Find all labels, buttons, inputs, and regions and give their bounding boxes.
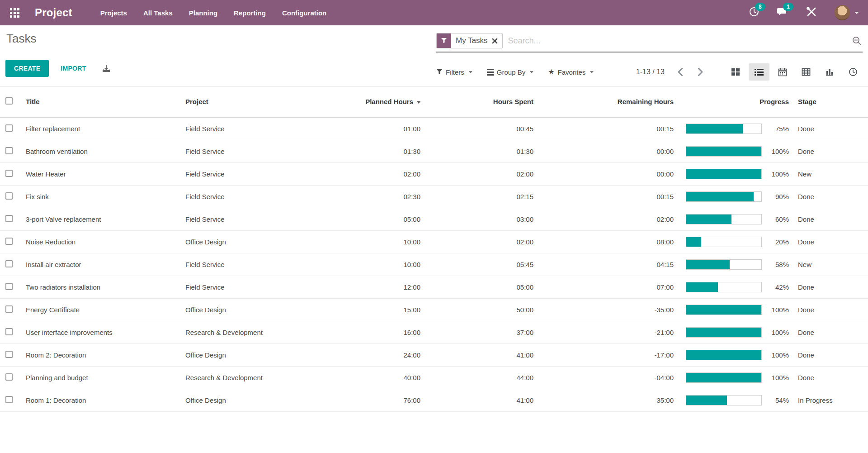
task-title-cell: Bathroom ventilation xyxy=(20,140,181,162)
bar-chart-icon xyxy=(825,67,834,76)
column-header-title[interactable]: Title xyxy=(20,86,181,117)
pager-next-icon[interactable] xyxy=(696,66,705,78)
group-by-dropdown[interactable]: Group By xyxy=(487,68,533,76)
row-checkbox[interactable] xyxy=(5,305,13,313)
chevron-down-icon xyxy=(854,12,859,14)
project-cell: Field Service xyxy=(181,117,326,140)
list-view-button[interactable] xyxy=(749,63,769,81)
row-checkbox[interactable] xyxy=(5,124,13,132)
table-row[interactable]: Planning and budget Research & Developme… xyxy=(0,366,868,389)
funnel-icon xyxy=(436,69,443,75)
menu-all-tasks[interactable]: All Tasks xyxy=(143,9,173,17)
table-row[interactable]: 3-port Valve replacement Field Service 0… xyxy=(0,208,868,230)
progress-cell: 100% xyxy=(680,366,798,389)
row-checkbox[interactable] xyxy=(5,147,13,154)
row-checkbox[interactable] xyxy=(5,396,13,403)
select-all-checkbox[interactable] xyxy=(5,97,13,105)
table-row[interactable]: Water Heater Field Service 02:00 02:00 0… xyxy=(0,162,868,185)
kanban-view-button[interactable] xyxy=(725,63,746,81)
row-checkbox[interactable] xyxy=(5,260,13,267)
column-header-progress[interactable]: Progress xyxy=(680,86,798,117)
hours-spent-cell: 02:00 xyxy=(427,162,540,185)
progress-percent: 58% xyxy=(762,261,798,268)
pager-range[interactable]: 1-13 / 13 xyxy=(636,68,665,76)
column-header-remaining-hours[interactable]: Remaining Hours xyxy=(540,86,680,117)
debug-tools-button[interactable] xyxy=(806,6,817,19)
project-cell: Office Design xyxy=(181,389,326,411)
row-checkbox[interactable] xyxy=(5,192,13,200)
progress-bar-fill xyxy=(686,192,754,201)
row-checkbox[interactable] xyxy=(5,283,13,290)
column-header-project[interactable]: Project xyxy=(181,86,326,117)
column-header-stage[interactable]: Stage xyxy=(798,86,868,117)
table-row[interactable]: Energy Certificate Office Design 15:00 5… xyxy=(0,298,868,321)
export-download-icon[interactable] xyxy=(102,64,111,73)
row-checkbox[interactable] xyxy=(5,328,13,335)
progress-cell: 100% xyxy=(680,140,798,162)
row-checkbox[interactable] xyxy=(5,351,13,358)
hours-spent-cell: 02:15 xyxy=(427,185,540,208)
pager-previous-icon[interactable] xyxy=(675,66,685,78)
table-row[interactable]: Filter replacement Field Service 01:00 0… xyxy=(0,117,868,140)
progress-bar xyxy=(686,372,762,383)
progress-bar-fill xyxy=(686,169,761,179)
menu-reporting[interactable]: Reporting xyxy=(234,9,266,17)
activities-button[interactable]: 8 xyxy=(749,6,760,19)
hours-spent-cell: 02:00 xyxy=(427,230,540,253)
filters-dropdown[interactable]: Filters xyxy=(436,68,472,76)
hours-spent-cell: 03:00 xyxy=(427,208,540,230)
user-menu[interactable] xyxy=(835,5,859,20)
planned-hours-cell: 40:00 xyxy=(326,366,427,389)
app-brand[interactable]: Project xyxy=(35,6,72,19)
graph-view-button[interactable] xyxy=(819,63,840,81)
planned-hours-cell: 10:00 xyxy=(326,253,427,276)
task-title-cell: Noise Reduction xyxy=(20,230,181,253)
facet-remove-icon[interactable] xyxy=(492,38,498,44)
row-checkbox[interactable] xyxy=(5,170,13,177)
progress-cell: 58% xyxy=(680,253,798,276)
table-row[interactable]: Two radiators installation Field Service… xyxy=(0,276,868,298)
stage-cell: Done xyxy=(798,366,868,389)
apps-grid-icon[interactable] xyxy=(10,8,19,18)
progress-percent: 100% xyxy=(762,374,798,381)
hours-spent-cell: 01:30 xyxy=(427,140,540,162)
project-cell: Field Service xyxy=(181,276,326,298)
messages-button[interactable]: 1 xyxy=(777,6,788,19)
table-row[interactable]: Fix sink Field Service 02:30 02:15 00:15… xyxy=(0,185,868,208)
progress-percent: 75% xyxy=(762,125,798,133)
favorites-dropdown[interactable]: ★ Favorites xyxy=(548,68,594,76)
table-row[interactable]: Bathroom ventilation Field Service 01:30… xyxy=(0,140,868,162)
planned-hours-cell: 16:00 xyxy=(326,321,427,343)
menu-configuration[interactable]: Configuration xyxy=(282,9,326,17)
table-row[interactable]: Noise Reduction Office Design 10:00 02:0… xyxy=(0,230,868,253)
calendar-view-button[interactable] xyxy=(772,63,793,81)
row-checkbox[interactable] xyxy=(5,215,13,222)
table-row[interactable]: Install air extractor Field Service 10:0… xyxy=(0,253,868,276)
calendar-icon xyxy=(778,67,787,76)
menu-projects[interactable]: Projects xyxy=(100,9,127,17)
hours-spent-cell: 05:45 xyxy=(427,253,540,276)
activity-view-button[interactable] xyxy=(843,63,863,81)
table-row[interactable]: Room 1: Decoration Office Design 76:00 4… xyxy=(0,389,868,411)
pivot-view-button[interactable] xyxy=(796,63,816,81)
menu-planning[interactable]: Planning xyxy=(189,9,217,17)
task-title-cell: Water Heater xyxy=(20,162,181,185)
project-cell: Field Service xyxy=(181,208,326,230)
create-button[interactable]: CREATE xyxy=(5,60,49,77)
activity-clock-icon xyxy=(849,67,858,76)
search-magnifier-icon[interactable] xyxy=(852,36,862,46)
search-input[interactable] xyxy=(508,36,852,46)
row-checkbox[interactable] xyxy=(5,373,13,381)
table-body: Filter replacement Field Service 01:00 0… xyxy=(0,117,868,411)
stage-cell: Done xyxy=(798,140,868,162)
progress-bar xyxy=(686,282,762,292)
table-row[interactable]: User interface improvements Research & D… xyxy=(0,321,868,343)
column-header-hours-spent[interactable]: Hours Spent xyxy=(427,86,540,117)
table-row[interactable]: Room 2: Decoration Office Design 24:00 4… xyxy=(0,343,868,366)
hours-spent-cell: 41:00 xyxy=(427,343,540,366)
progress-bar xyxy=(686,124,762,134)
row-checkbox[interactable] xyxy=(5,238,13,245)
task-title-cell: Energy Certificate xyxy=(20,298,181,321)
import-button[interactable]: IMPORT xyxy=(61,65,86,72)
column-header-planned-hours[interactable]: Planned Hours xyxy=(326,86,427,117)
